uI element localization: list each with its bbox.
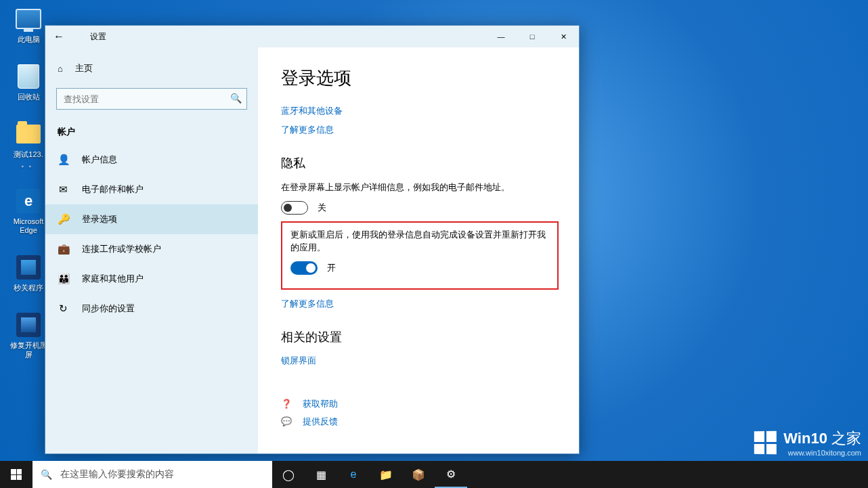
link-feedback[interactable]: 💬 提供反馈 xyxy=(281,416,559,428)
link-learn-more[interactable]: 了解更多信息 xyxy=(281,124,559,136)
toggle-row-show-account: 关 xyxy=(281,201,559,215)
taskbar-search-placeholder: 在这里输入你要搜索的内容 xyxy=(60,468,174,481)
edge-icon: e xyxy=(16,189,41,213)
taskbar-settings[interactable]: ⚙ xyxy=(435,461,467,488)
section-related-heading: 相关的设置 xyxy=(281,329,559,345)
taskbar: 🔍 在这里输入你要搜索的内容 ◯ ▦ e 📁 📦 ⚙ xyxy=(0,461,868,488)
sidebar-item-family[interactable]: 👪 家庭和其他用户 xyxy=(45,264,258,294)
highlighted-setting-box: 更新或重启后，使用我的登录信息自动完成设备设置并重新打开我的应用。 开 xyxy=(281,221,559,290)
settings-main: 登录选项 蓝牙和其他设备 了解更多信息 隐私 在登录屏幕上显示帐户详细信息，例如… xyxy=(258,47,579,453)
taskbar-explorer[interactable]: 📁 xyxy=(370,461,402,488)
window-controls: ― □ ✕ xyxy=(485,26,579,47)
close-button[interactable]: ✕ xyxy=(548,26,579,47)
sync-icon: ↻ xyxy=(58,303,68,315)
section-privacy-heading: 隐私 xyxy=(281,155,559,171)
mail-icon: ✉ xyxy=(58,183,68,196)
search-icon: 🔍 xyxy=(41,469,52,480)
help-label: 获取帮助 xyxy=(303,398,338,410)
folder-icon xyxy=(16,125,41,143)
search-icon: 🔍 xyxy=(230,93,242,104)
sidebar-item-sync[interactable]: ↻ 同步你的设置 xyxy=(45,294,258,324)
sidebar-category: 帐户 xyxy=(45,119,258,145)
maximize-button[interactable]: □ xyxy=(517,26,548,47)
auto-signin-description: 更新或重启后，使用我的登录信息自动完成设备设置并重新打开我的应用。 xyxy=(290,228,549,254)
sidebar-item-account-info[interactable]: 👤 帐户信息 xyxy=(45,145,258,175)
watermark-url: www.win10xitong.com xyxy=(783,449,861,457)
desktop-icon-label: 修复开机黑屏 xyxy=(8,341,49,359)
feedback-icon: 💬 xyxy=(281,416,293,426)
toggle-auto-signin[interactable] xyxy=(290,261,318,275)
sidebar-item-label: 电子邮件和帐户 xyxy=(82,183,144,196)
link-lockscreen[interactable]: 锁屏界面 xyxy=(281,355,559,367)
desktop-icon-edge[interactable]: e Microsoft Edge xyxy=(8,187,49,235)
sidebar-item-label: 连接工作或学校帐户 xyxy=(82,243,161,255)
recycle-bin-icon xyxy=(18,64,39,89)
windows-start-icon xyxy=(11,469,22,480)
desktop-icon-test-folder[interactable]: 测试123. 。。 xyxy=(8,120,49,168)
watermark: Win10 之家 www.win10xitong.com xyxy=(754,428,861,457)
taskbar-store[interactable]: 📦 xyxy=(402,461,435,488)
desktop-icon-seckill[interactable]: 秒关程序 xyxy=(8,254,49,292)
privacy-description: 在登录屏幕上显示帐户详细信息，例如我的电子邮件地址。 xyxy=(281,181,559,194)
sidebar-item-label: 同步你的设置 xyxy=(82,303,135,315)
person-icon: 👤 xyxy=(58,154,68,166)
feedback-label: 提供反馈 xyxy=(303,416,338,428)
toggle-state-label: 关 xyxy=(318,202,326,214)
desktop-icon-fixboot[interactable]: 修复开机黑屏 xyxy=(8,311,49,359)
link-learn-more-2[interactable]: 了解更多信息 xyxy=(281,298,559,310)
start-button[interactable] xyxy=(0,461,32,488)
toggle-row-auto-signin: 开 xyxy=(290,261,549,275)
window-title: 设置 xyxy=(90,31,106,43)
toggle-show-account-details[interactable] xyxy=(281,201,308,215)
search-input[interactable] xyxy=(56,88,247,110)
desktop-icon-label: 回收站 xyxy=(8,93,49,102)
desktop-icon-label: Microsoft Edge xyxy=(8,217,49,235)
desktop-icon-label: 此电脑 xyxy=(8,35,49,44)
sidebar-search: 🔍 xyxy=(56,88,247,110)
taskbar-cortana[interactable]: ◯ xyxy=(272,461,305,488)
settings-window: ← 设置 ― □ ✕ ⌂ 主页 🔍 帐户 👤 帐户信息 ✉ 电子邮件 xyxy=(45,25,580,454)
app-icon xyxy=(16,255,41,280)
back-button[interactable]: ← xyxy=(53,30,74,43)
sidebar-item-label: 家庭和其他用户 xyxy=(82,273,144,285)
desktop-icon-label: 测试123. 。。 xyxy=(8,150,49,168)
watermark-brand: Win10 之家 xyxy=(783,430,861,447)
briefcase-icon: 💼 xyxy=(58,243,68,255)
help-icon: ❓ xyxy=(281,399,293,409)
home-icon: ⌂ xyxy=(58,64,63,74)
taskbar-search[interactable]: 🔍 在这里输入你要搜索的内容 xyxy=(32,461,272,488)
toggle-state-label: 开 xyxy=(327,262,336,274)
pc-icon xyxy=(16,9,41,29)
taskbar-taskview[interactable]: ▦ xyxy=(305,461,337,488)
link-bluetooth[interactable]: 蓝牙和其他设备 xyxy=(281,105,559,117)
sidebar-home[interactable]: ⌂ 主页 xyxy=(45,56,258,81)
page-heading: 登录选项 xyxy=(281,66,559,90)
window-titlebar[interactable]: ← 设置 ― □ ✕ xyxy=(45,26,579,47)
app-icon xyxy=(16,313,41,337)
desktop-icon-label: 秒关程序 xyxy=(8,284,49,292)
minimize-button[interactable]: ― xyxy=(485,26,517,47)
sidebar-home-label: 主页 xyxy=(75,62,93,74)
desktop-icon-recycle-bin[interactable]: 回收站 xyxy=(8,63,49,102)
link-get-help[interactable]: ❓ 获取帮助 xyxy=(281,398,559,410)
sidebar-item-work-school[interactable]: 💼 连接工作或学校帐户 xyxy=(45,234,258,264)
key-icon: 🔑 xyxy=(58,213,68,225)
sidebar-item-signin-options[interactable]: 🔑 登录选项 xyxy=(45,204,258,234)
settings-sidebar: ⌂ 主页 🔍 帐户 👤 帐户信息 ✉ 电子邮件和帐户 🔑 登录选项 💼 xyxy=(45,47,258,453)
desktop-icon-this-pc[interactable]: 此电脑 xyxy=(8,5,49,44)
family-icon: 👪 xyxy=(58,273,68,285)
taskbar-icons: ◯ ▦ e 📁 📦 ⚙ xyxy=(272,461,467,488)
taskbar-edge[interactable]: e xyxy=(337,461,370,488)
desktop-icons-column: 此电脑 回收站 测试123. 。。 e Microsoft Edge 秒关程序 … xyxy=(8,5,49,378)
windows-logo-icon xyxy=(754,431,777,455)
sidebar-item-label: 帐户信息 xyxy=(82,154,117,166)
sidebar-item-label: 登录选项 xyxy=(82,213,117,225)
sidebar-item-email-accounts[interactable]: ✉ 电子邮件和帐户 xyxy=(45,175,258,204)
